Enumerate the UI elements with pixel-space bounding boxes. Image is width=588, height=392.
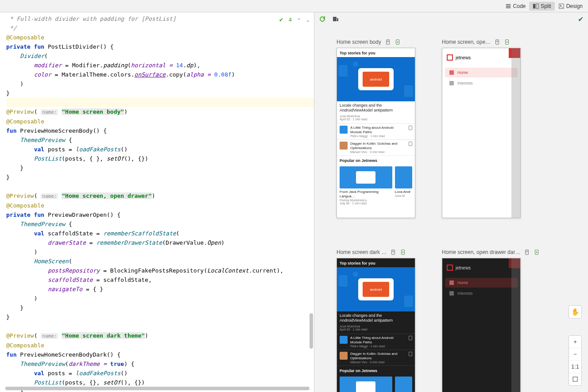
preview-scrollbar[interactable] bbox=[511, 258, 520, 392]
list-icon bbox=[449, 291, 454, 296]
preview-title-1: Home screen body bbox=[337, 39, 381, 45]
settings-preview-icon[interactable] bbox=[332, 15, 339, 23]
preview-title-4: Home screen, open drawer dar… bbox=[442, 249, 520, 255]
preview-success-icon: ✔ bbox=[578, 15, 584, 23]
zoom-out-button[interactable]: − bbox=[569, 348, 581, 361]
interactive-preview-icon[interactable] bbox=[400, 249, 406, 255]
svg-rect-1 bbox=[506, 6, 511, 7]
mode-split[interactable]: Split bbox=[529, 2, 554, 11]
drawer-item-interests[interactable]: Interests bbox=[445, 78, 518, 88]
code-editor[interactable]: * Full-width divider with padding for [P… bbox=[0, 12, 314, 392]
preview-home-body-light[interactable]: Top stories for you android Locale chang… bbox=[337, 48, 415, 218]
deploy-preview-icon[interactable] bbox=[524, 249, 530, 255]
preview-drawer-light[interactable]: jetnews Home Interests bbox=[442, 48, 521, 218]
preview-toolbar: ✔ bbox=[314, 12, 588, 26]
bookmark-icon[interactable] bbox=[409, 336, 412, 340]
zoom-in-button[interactable]: + bbox=[569, 336, 581, 348]
deploy-preview-icon[interactable] bbox=[390, 249, 396, 255]
refresh-icon[interactable] bbox=[319, 15, 326, 23]
editor-vertical-scrollbar[interactable] bbox=[309, 313, 313, 349]
drawer-item-interests[interactable]: Interests bbox=[445, 288, 518, 298]
bookmark-icon[interactable] bbox=[409, 126, 412, 130]
preview-title-3: Home screen dark … bbox=[337, 249, 387, 255]
list-icon bbox=[449, 81, 454, 85]
code-editor-pane: ✔ 4 ⌃ ⌄ * Full-width divider with paddin… bbox=[0, 12, 314, 392]
pan-tool-button[interactable]: ✋ bbox=[569, 305, 582, 319]
preview-canvas[interactable]: Home screen body Top stories for you and… bbox=[314, 26, 588, 392]
mode-design[interactable]: Design bbox=[555, 2, 586, 11]
svg-rect-7 bbox=[333, 17, 337, 21]
deploy-preview-icon[interactable] bbox=[385, 39, 391, 45]
mode-code-label: Code bbox=[513, 3, 526, 9]
jetnews-logo-icon bbox=[447, 54, 453, 61]
interactive-preview-icon[interactable] bbox=[395, 39, 401, 45]
preview-scrollbar[interactable] bbox=[511, 48, 520, 218]
drawer-item-home[interactable]: Home bbox=[445, 68, 518, 77]
mode-code[interactable]: Code bbox=[502, 2, 530, 11]
mode-split-label: Split bbox=[541, 3, 551, 9]
interactive-preview-icon[interactable] bbox=[534, 249, 540, 255]
zoom-fit-button[interactable] bbox=[569, 373, 581, 385]
bookmark-icon[interactable] bbox=[409, 352, 412, 356]
bookmark-icon[interactable] bbox=[409, 142, 412, 146]
mode-design-label: Design bbox=[566, 3, 583, 9]
svg-rect-8 bbox=[337, 18, 338, 21]
interactive-preview-icon[interactable] bbox=[504, 39, 510, 45]
deploy-preview-icon[interactable] bbox=[494, 39, 500, 45]
preview-pane: ✔ Home screen body Top stories for you a… bbox=[314, 12, 588, 392]
drawer-item-home[interactable]: Home bbox=[445, 278, 518, 288]
svg-rect-2 bbox=[506, 7, 511, 8]
preview-drawer-dark[interactable]: jetnews Home Interests bbox=[442, 258, 521, 392]
zoom-controls: + − 1:1 bbox=[569, 335, 582, 386]
preview-title-2: Home screen, ope… bbox=[442, 39, 491, 45]
jetnews-logo-icon bbox=[447, 265, 453, 271]
home-icon bbox=[449, 70, 454, 75]
svg-rect-17 bbox=[573, 377, 577, 381]
preview-home-body-dark[interactable]: Top stories for you android Locale chang… bbox=[337, 258, 415, 392]
svg-rect-0 bbox=[506, 4, 511, 5]
view-mode-bar: Code Split Design bbox=[0, 0, 588, 12]
home-icon bbox=[449, 281, 454, 285]
svg-rect-4 bbox=[536, 4, 538, 8]
editor-horizontal-scrollbar[interactable] bbox=[5, 387, 309, 390]
svg-point-6 bbox=[560, 4, 561, 6]
svg-rect-3 bbox=[533, 4, 535, 8]
zoom-reset-button[interactable]: 1:1 bbox=[569, 361, 581, 373]
